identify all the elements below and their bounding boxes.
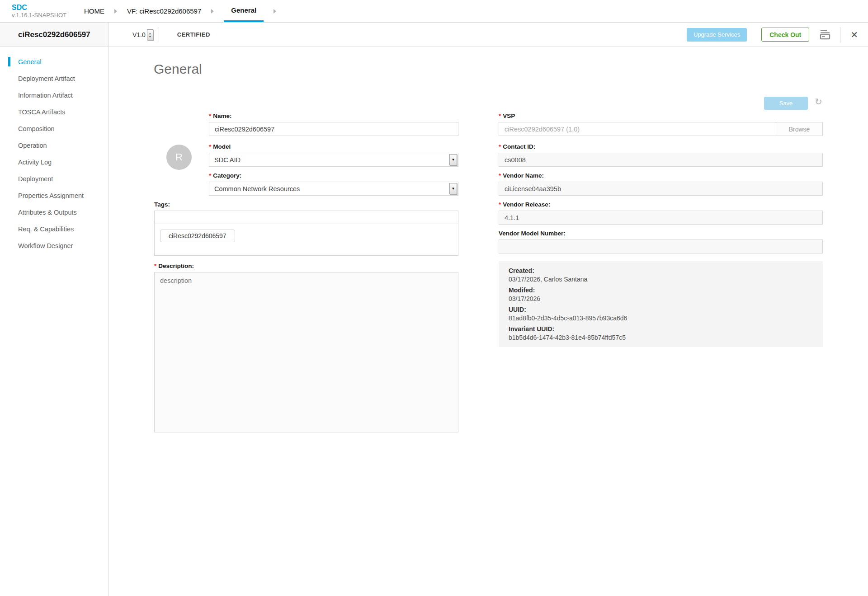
- avatar: R: [166, 145, 192, 170]
- tags-list: ciResc0292d606597: [155, 224, 458, 255]
- sidebar-item-general[interactable]: General: [0, 53, 108, 70]
- name-input[interactable]: [209, 122, 458, 136]
- refresh-icon[interactable]: ↻: [815, 96, 822, 107]
- tags-field-group: Tags: ciResc0292d606597: [154, 201, 458, 256]
- contact-id-label: *Contact ID:: [499, 143, 823, 150]
- required-marker: *: [499, 143, 501, 150]
- required-marker: *: [209, 113, 211, 119]
- browse-button[interactable]: Browse: [776, 122, 822, 136]
- sidebar-item-composition[interactable]: Composition: [0, 120, 108, 137]
- version-spinner[interactable]: ▴ ▾: [147, 29, 153, 40]
- name-label: *Name:: [209, 112, 458, 120]
- contact-id-input[interactable]: [499, 153, 823, 167]
- tags-label: Tags:: [154, 201, 458, 208]
- category-select[interactable]: Common Network Resources ▼: [209, 182, 458, 196]
- required-marker: *: [499, 113, 501, 119]
- app-version: v.1.16.1-SNAPSHOT: [12, 12, 84, 19]
- vendor-release-field-group: *Vendor Release:: [499, 201, 823, 225]
- general-form: General Save ↻ R *Name: *Model SDC AID ▼…: [108, 47, 868, 596]
- description-textarea[interactable]: description: [154, 272, 458, 432]
- select-caret-icon: ▼: [449, 183, 457, 194]
- created-value: 03/17/2026, Carlos Santana: [509, 275, 813, 284]
- vendor-name-field-group: *Vendor Name:: [499, 172, 823, 196]
- close-icon[interactable]: ✕: [850, 30, 858, 39]
- version-selector[interactable]: V1.0 ▴ ▾: [132, 29, 153, 40]
- sidebar-item-information-artifact[interactable]: Information Artifact: [0, 87, 108, 103]
- vsp-label: *VSP: [499, 112, 823, 120]
- invariant-uuid-label: Invariant UUID:: [509, 325, 813, 333]
- tag-chip[interactable]: ciResc0292d606597: [160, 230, 235, 242]
- modified-label: Modifed:: [509, 286, 813, 295]
- uuid-label: UUID:: [509, 305, 813, 314]
- contact-id-field-group: *Contact ID:: [499, 143, 823, 167]
- category-label: *Category:: [209, 172, 458, 179]
- tags-input[interactable]: [155, 211, 458, 224]
- resource-title: ciResc0292d606597: [18, 30, 90, 39]
- sidebar: General Deployment Artifact Information …: [0, 47, 108, 596]
- sidebar-item-deployment[interactable]: Deployment: [0, 170, 108, 187]
- metadata-panel: Created: 03/17/2026, Carlos Santana Modi…: [499, 261, 823, 347]
- model-value: SDC AID: [214, 156, 241, 164]
- tab-general[interactable]: General: [224, 0, 264, 22]
- sdc-app: SDC v.1.16.1-SNAPSHOT HOME VF: ciResc029…: [0, 0, 868, 596]
- chevron-right-icon: [211, 9, 214, 14]
- uuid-value: 81ad8fb0-2d35-4d5c-a013-8957b93ca6d6: [509, 314, 813, 323]
- created-label: Created:: [509, 267, 813, 275]
- resource-title-box: ciResc0292d606597: [0, 23, 108, 47]
- vendor-release-input[interactable]: [499, 211, 823, 225]
- chevron-right-icon: [274, 9, 276, 14]
- sidebar-item-req-capabilities[interactable]: Req. & Capabilities: [0, 221, 108, 237]
- model-field-group: *Model SDC AID ▼: [209, 143, 458, 167]
- description-label: *Description:: [154, 262, 458, 270]
- tags-container: ciResc0292d606597: [154, 211, 458, 256]
- model-select[interactable]: SDC AID ▼: [209, 153, 458, 167]
- check-out-button[interactable]: Check Out: [761, 28, 809, 42]
- header-bar: ciResc0292d606597 V1.0 ▴ ▾ CERTIFIED Upg…: [0, 23, 868, 47]
- sidebar-item-attributes-outputs[interactable]: Attributes & Outputs: [0, 204, 108, 221]
- description-field-group: *Description: description: [154, 262, 458, 434]
- save-button[interactable]: Save: [764, 97, 808, 110]
- print-icon[interactable]: [819, 29, 831, 40]
- vsp-value: ciResc0292d606597 (1.0): [499, 126, 776, 133]
- sidebar-item-operation[interactable]: Operation: [0, 137, 108, 154]
- modified-value: 03/17/2026: [509, 295, 813, 303]
- vsp-input: ciResc0292d606597 (1.0) Browse: [499, 122, 823, 136]
- top-nav: SDC v.1.16.1-SNAPSHOT HOME VF: ciResc029…: [0, 0, 868, 23]
- sidebar-item-tosca-artifacts[interactable]: TOSCA Artifacts: [0, 103, 108, 120]
- version-value: V1.0: [132, 31, 146, 38]
- sidebar-item-properties-assignment[interactable]: Properties Assignment: [0, 187, 108, 204]
- name-field-group: *Name:: [209, 112, 458, 136]
- vendor-model-number-field-group: Vendor Model Number:: [499, 230, 823, 253]
- page-title: General: [154, 61, 202, 77]
- breadcrumb: HOME VF: ciResc0292d606597 General: [84, 0, 286, 22]
- invariant-uuid-value: b1b5d4d6-1474-42b3-81e4-85b74ffd57c5: [509, 333, 813, 342]
- required-marker: *: [499, 172, 501, 179]
- required-marker: *: [499, 201, 501, 208]
- vsp-field-group: *VSP ciResc0292d606597 (1.0) Browse: [499, 112, 823, 136]
- upgrade-services-button[interactable]: Upgrade Services: [687, 28, 747, 42]
- app-name: SDC: [12, 4, 84, 12]
- spinner-down-icon: ▾: [149, 35, 151, 38]
- breadcrumb-vf[interactable]: VF: ciResc0292d606597: [127, 7, 201, 15]
- vendor-model-number-label: Vendor Model Number:: [499, 230, 823, 237]
- breadcrumb-home[interactable]: HOME: [84, 7, 104, 15]
- required-marker: *: [209, 143, 211, 150]
- divider: [159, 27, 159, 42]
- header-actions: Upgrade Services Check Out ✕: [687, 27, 868, 42]
- sidebar-item-deployment-artifact[interactable]: Deployment Artifact: [0, 70, 108, 87]
- divider: [840, 27, 840, 42]
- required-marker: *: [154, 263, 156, 269]
- spinner-up-icon: ▴: [149, 32, 151, 35]
- vendor-model-number-input[interactable]: [499, 239, 823, 253]
- vendor-name-input[interactable]: [499, 182, 823, 196]
- sidebar-item-workflow-designer[interactable]: Workflow Designer: [0, 237, 108, 254]
- required-marker: *: [209, 172, 211, 179]
- chevron-right-icon: [114, 9, 117, 14]
- status-badge: CERTIFIED: [177, 31, 210, 38]
- category-value: Common Network Resources: [214, 185, 300, 192]
- vendor-release-label: *Vendor Release:: [499, 201, 823, 208]
- app-logo: SDC v.1.16.1-SNAPSHOT: [0, 4, 84, 19]
- category-field-group: *Category: Common Network Resources ▼: [209, 172, 458, 196]
- sidebar-item-activity-log[interactable]: Activity Log: [0, 154, 108, 170]
- vendor-name-label: *Vendor Name:: [499, 172, 823, 179]
